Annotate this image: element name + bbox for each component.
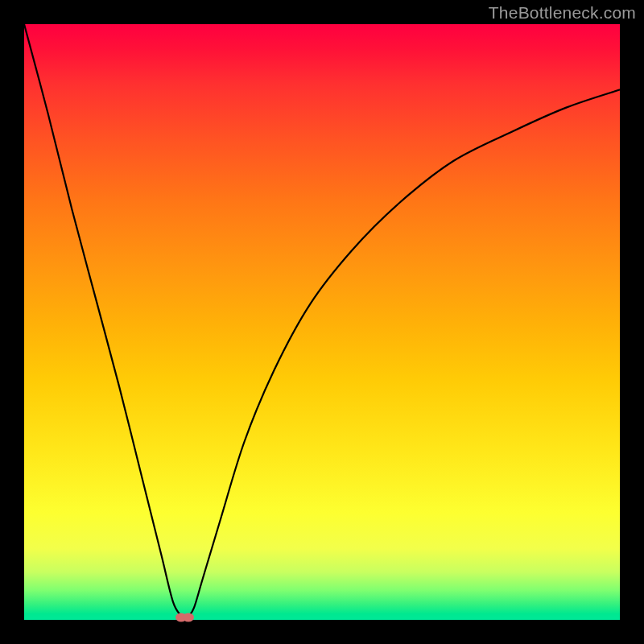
bottleneck-curve	[24, 24, 620, 620]
curve-svg	[24, 24, 620, 620]
watermark-text: TheBottleneck.com	[489, 3, 636, 23]
plot-area	[24, 24, 620, 620]
data-point-marker	[183, 613, 194, 622]
chart-container: TheBottleneck.com	[0, 0, 644, 644]
